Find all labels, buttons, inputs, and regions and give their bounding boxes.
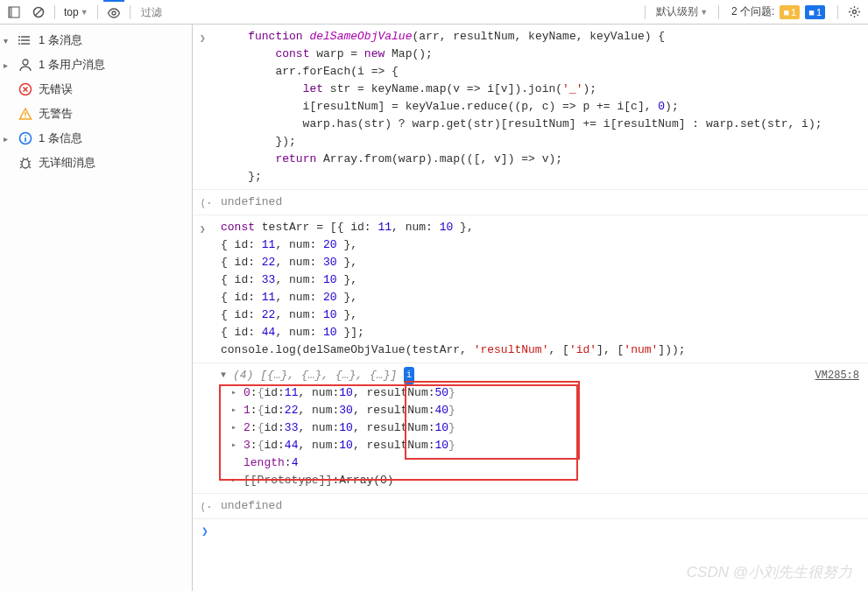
return-value: undefined [200,193,868,211]
filter-input[interactable] [136,3,640,22]
main-area: ▾ 1 条消息 ▸ 1 条用户消息 无错误 无警告 ▸ 1 条信息 无详细消息 [0,25,868,591]
sidebar-item-label: 无错误 [39,81,73,97]
sidebar-item-user-messages[interactable]: ▸ 1 条用户消息 [0,53,192,77]
separator [645,5,646,19]
console-output: ❯ function delSameObjValue(arr, resultNu… [193,25,868,591]
sidebar-item-label: 无详细消息 [39,155,95,171]
caret-icon: ▸ [4,60,12,70]
console-log-output: VM285:8 ▼ (4) [{…}, {…}, {…}, {…}] i ▸0:… [193,363,868,494]
console-input-block: ❯ const testArr = [{ id: 11, num: 10 }, … [193,215,868,363]
console-return-block: ⟨· undefined [193,494,868,519]
code-block-1[interactable]: function delSameObjValue(arr, resultNum,… [200,28,868,186]
issues-summary[interactable]: 2 个问题: ■ 1 ■ 1 [724,4,832,19]
input-prompt-icon: ❯ [200,221,206,238]
separator [130,5,131,19]
sidebar-item-label: 无警告 [39,106,73,122]
watermark: CSDN @小刘先生很努力 [687,562,852,582]
svg-point-7 [18,39,20,41]
svg-point-4 [112,11,116,15]
console-return-block: ⟨· undefined [193,190,868,215]
caret-icon: ▾ [4,36,12,46]
svg-rect-1 [9,7,12,18]
chevron-down-icon: ▼ [81,8,88,17]
separator [718,5,719,19]
log-level-selector[interactable]: 默认级别 ▼ [651,4,713,19]
svg-point-12 [25,116,26,118]
sidebar-item-messages[interactable]: ▾ 1 条消息 [0,28,192,53]
info-badge: ■ 1 [805,5,825,19]
separator [97,5,98,19]
level-label: 默认级别 [656,4,698,19]
sidebar-item-warnings[interactable]: 无警告 [0,102,192,126]
input-prompt[interactable]: ❯ [193,519,868,544]
toggle-sidebar-icon[interactable] [4,2,25,23]
info-icon [18,130,33,146]
warning-badge: ■ 1 [780,5,800,19]
warning-icon [18,106,33,122]
live-expression-icon[interactable] [103,0,124,25]
return-prompt-icon: ⟨· [200,499,212,517]
return-value: undefined [200,497,868,515]
sidebar: ▾ 1 条消息 ▸ 1 条用户消息 无错误 无警告 ▸ 1 条信息 无详细消息 [0,25,193,591]
array-summary: (4) [{…}, {…}, {…}, {…}] [233,367,397,384]
sidebar-item-info[interactable]: ▸ 1 条信息 [0,126,192,151]
issues-text: 2 个问题: [731,4,774,19]
console-toolbar: top ▼ 默认级别 ▼ 2 个问题: ■ 1 ■ 1 [0,0,868,25]
settings-icon[interactable] [843,2,864,23]
bug-icon [18,155,33,171]
context-selector[interactable]: top ▼ [60,6,92,18]
chevron-down-icon: ▼ [700,8,708,17]
sidebar-item-verbose[interactable]: 无详细消息 [0,151,192,175]
sidebar-item-label: 1 条用户消息 [39,57,105,73]
sidebar-item-label: 1 条信息 [39,130,82,146]
svg-point-6 [18,36,20,38]
svg-point-14 [25,135,26,137]
error-icon [18,81,33,97]
console-input-block: ❯ function delSameObjValue(arr, resultNu… [193,25,868,190]
highlight-box-2 [405,381,580,460]
clear-console-icon[interactable] [28,2,49,23]
list-icon [18,32,33,48]
sidebar-item-label: 1 条消息 [39,32,82,48]
svg-point-16 [22,159,29,168]
svg-point-9 [23,60,28,65]
separator [54,5,55,19]
return-prompt-icon: ⟨· [200,195,212,213]
caret-down-icon: ▼ [221,367,233,384]
svg-point-5 [852,11,856,14]
input-prompt-icon: ❯ [200,30,206,47]
svg-line-3 [35,9,42,16]
separator [837,5,838,19]
svg-point-8 [18,43,20,45]
code-block-2[interactable]: const testArr = [{ id: 11, num: 10 }, { … [200,219,868,359]
caret-icon: ▸ [4,134,12,144]
user-icon [18,57,33,73]
sidebar-item-errors[interactable]: 无错误 [0,77,192,102]
context-label: top [64,6,79,18]
source-link[interactable]: VM285:8 [815,367,859,384]
